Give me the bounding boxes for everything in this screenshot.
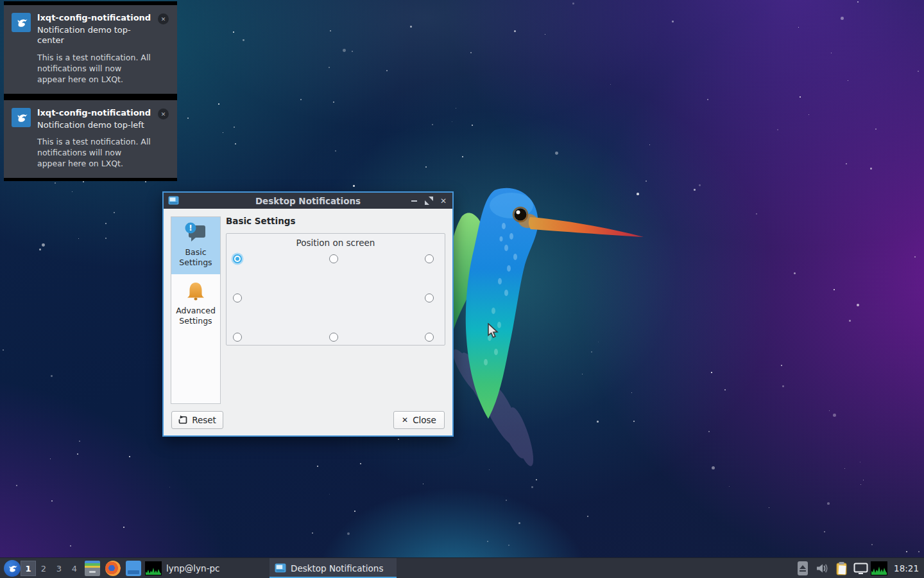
clipboard-icon[interactable]: [832, 561, 851, 576]
bell-icon: [184, 279, 207, 302]
quick-launch: [85, 558, 141, 578]
task-label: Desktop Notifications: [291, 563, 383, 574]
reset-button-label: Reset: [192, 415, 216, 425]
terminal-graph-icon: [145, 561, 162, 575]
groupbox-title: Position on screen: [227, 238, 445, 248]
section-header: Basic Settings: [226, 216, 296, 226]
close-window-icon[interactable]: ✕: [439, 197, 448, 206]
clock[interactable]: 18:21: [889, 563, 923, 574]
lxqt-app-icon: [12, 13, 31, 32]
file-manager-icon[interactable]: [85, 561, 100, 576]
reset-icon: [178, 416, 187, 425]
radio-position-top-right[interactable]: [425, 254, 434, 263]
workspace-switcher: 1 2 3 4: [21, 561, 82, 576]
position-on-screen-groupbox: Position on screen: [226, 233, 445, 346]
desktop-notifications-window: Desktop Notifications ✕ ! Basi: [162, 191, 454, 437]
notification-top-left[interactable]: lxqt-config-notificationd Notification d…: [4, 96, 177, 181]
notification-close-icon[interactable]: ✕: [158, 109, 169, 119]
notification-app-name: lxqt-config-notificationd: [37, 13, 151, 23]
window-app-icon: [275, 563, 286, 574]
notification-bubble-icon: !: [184, 222, 207, 244]
bird-eye: [515, 209, 527, 221]
workspace-2[interactable]: 2: [36, 561, 51, 576]
reset-button[interactable]: Reset: [171, 411, 223, 429]
window-titlebar[interactable]: Desktop Notifications ✕: [164, 193, 452, 209]
close-button[interactable]: ✕ Close: [393, 411, 445, 429]
minimize-icon[interactable]: [409, 197, 418, 206]
sidebar-item-advanced-settings[interactable]: Advanced Settings: [171, 274, 220, 333]
settings-sidebar: ! Basic Settings Advanced Settings: [171, 216, 221, 404]
radio-position-bottom-center[interactable]: [329, 333, 338, 342]
taskbar-task-terminal[interactable]: lynp@lyn-pc: [140, 558, 225, 578]
radio-position-top-center[interactable]: [329, 254, 338, 263]
notification-summary: Notification demo top-left: [37, 120, 151, 131]
start-menu-button[interactable]: [3, 558, 21, 578]
notification-body: This is a test notification. All notific…: [37, 52, 151, 85]
notification-close-icon[interactable]: ✕: [158, 13, 169, 24]
cpu-monitor-icon[interactable]: [869, 561, 889, 575]
bird-beak: [529, 217, 644, 237]
notification-top-center[interactable]: lxqt-config-notificationd Notification d…: [4, 1, 177, 97]
radio-position-bottom-right[interactable]: [425, 333, 434, 342]
close-button-label: Close: [413, 415, 436, 425]
radio-position-middle-left[interactable]: [233, 293, 242, 302]
lxqt-logo-icon: [4, 560, 21, 577]
radio-position-middle-right[interactable]: [425, 293, 434, 302]
sidebar-item-label: Advanced Settings: [173, 306, 219, 327]
display-app-icon[interactable]: [126, 561, 141, 576]
radio-position-bottom-left[interactable]: [233, 333, 242, 342]
hummingbird-wallpaper-art: [440, 180, 651, 469]
notification-app-name: lxqt-config-notificationd: [37, 108, 151, 118]
sidebar-item-label: Basic Settings: [173, 247, 219, 268]
mouse-cursor: [488, 323, 499, 338]
close-button-icon: ✕: [402, 416, 408, 425]
notification-summary: Notification demo top-center: [37, 25, 151, 47]
window-content: ! Basic Settings Advanced Settings Basic…: [164, 209, 452, 435]
lxqt-app-icon: [12, 108, 31, 127]
svg-text:!: !: [189, 223, 192, 232]
restore-icon[interactable]: [424, 197, 433, 206]
taskbar-panel: 1 2 3 4 lynp@lyn-pc Desktop Notification…: [0, 557, 924, 578]
system-tray: 18:21: [794, 558, 923, 578]
lxqt-bird-icon: [14, 15, 28, 30]
sidebar-item-basic-settings[interactable]: ! Basic Settings: [171, 217, 220, 274]
workspace-4[interactable]: 4: [67, 561, 82, 576]
removable-media-icon[interactable]: [794, 561, 812, 575]
volume-icon[interactable]: [812, 563, 832, 574]
task-label: lynp@lyn-pc: [166, 563, 220, 574]
lxqt-bird-icon: [14, 110, 28, 125]
notification-body: This is a test notification. All notific…: [37, 136, 151, 169]
taskbar-task-desktop-notifications[interactable]: Desktop Notifications: [270, 558, 397, 578]
firefox-icon[interactable]: [105, 561, 121, 576]
radio-position-top-left[interactable]: [233, 254, 242, 263]
workspace-1[interactable]: 1: [21, 561, 36, 576]
screen-tray-icon[interactable]: [851, 563, 869, 575]
workspace-3[interactable]: 3: [51, 561, 67, 576]
